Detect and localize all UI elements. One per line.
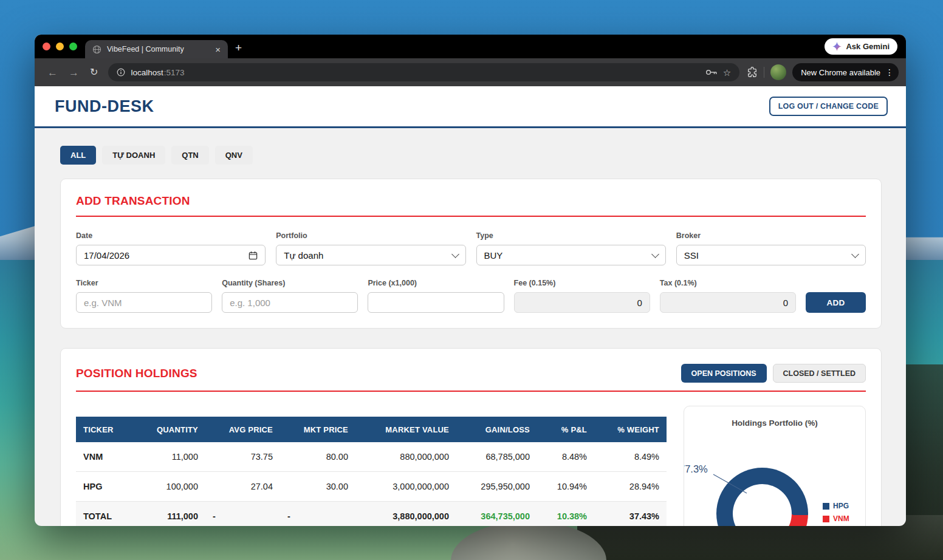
tab-close-icon[interactable]: ×	[215, 45, 221, 54]
cell-quantity: 100,000	[131, 472, 205, 502]
broker-value: SSI	[684, 250, 852, 261]
date-input[interactable]: 17/04/2026	[76, 245, 266, 265]
browser-window: VibeFeed | Community × + Ask Gemini ← → …	[35, 35, 906, 526]
cell-gain_loss: 295,950,000	[456, 472, 537, 502]
quantity-field-group: Quantity (Shares)	[222, 279, 358, 313]
cell-mkt_price: -	[280, 502, 355, 527]
filter-pill-3[interactable]: QNV	[215, 146, 253, 165]
cell-quantity: 11,000	[131, 442, 205, 472]
app-content: ALLTỰ DOANHQTNQNV ADD TRANSACTION Date 1…	[35, 128, 906, 526]
gemini-spark-icon	[832, 42, 842, 51]
close-window-button[interactable]	[43, 43, 50, 50]
app-header: FUND-DESK LOG OUT / CHANGE CODE	[35, 86, 906, 128]
add-transaction-title: ADD TRANSACTION	[76, 194, 866, 208]
donut-slice-label: 77.3%	[684, 463, 708, 475]
minimize-window-button[interactable]	[56, 43, 64, 50]
toolbar-divider	[764, 67, 764, 78]
portfolio-select[interactable]: Tự doanh	[276, 245, 465, 265]
forward-icon[interactable]: →	[69, 67, 79, 78]
cell-market_value: 3,880,000,000	[355, 502, 456, 527]
filter-pill-0[interactable]: ALL	[60, 146, 96, 165]
tab-favicon-globe-icon	[92, 45, 101, 54]
column-header: GAIN/LOSS	[456, 417, 537, 442]
cell-market_value: 880,000,000	[355, 442, 456, 472]
app-brand: FUND-DESK	[55, 97, 154, 116]
position-holdings-card: POSITION HOLDINGS OPEN POSITIONSCLOSED /…	[60, 348, 882, 526]
type-label: Type	[476, 231, 666, 240]
column-header: TICKER	[76, 417, 131, 442]
broker-select[interactable]: SSI	[676, 245, 866, 265]
holdings-tab-0[interactable]: OPEN POSITIONS	[681, 364, 767, 383]
extensions-puzzle-icon[interactable]	[747, 67, 758, 78]
column-header: MKT PRICE	[280, 417, 355, 442]
column-header: AVG PRICE	[205, 417, 280, 442]
logout-change-code-button[interactable]: LOG OUT / CHANGE CODE	[769, 97, 888, 116]
holdings-body: TICKERQUANTITYAVG PRICEMKT PRICEMARKET V…	[76, 417, 866, 526]
section-rule	[76, 216, 866, 217]
more-menu-icon[interactable]: ⋮	[885, 68, 894, 77]
site-info-icon[interactable]	[117, 68, 125, 77]
tax-label: Tax (0.1%)	[660, 279, 796, 287]
new-tab-button[interactable]: +	[235, 42, 242, 53]
tax-field-group: Tax (0.1%)	[660, 279, 796, 313]
holdings-table: TICKERQUANTITYAVG PRICEMKT PRICEMARKET V…	[76, 417, 667, 526]
password-key-icon[interactable]	[705, 69, 718, 76]
type-select[interactable]: BUY	[476, 245, 666, 265]
column-header: % WEIGHT	[594, 417, 667, 442]
cell-pl_pct: 10.38%	[537, 502, 594, 527]
cell-avg_price: 73.75	[205, 442, 280, 472]
portfolio-value: Tự doanh	[284, 250, 452, 261]
legend-label: HPG	[833, 502, 849, 510]
holdings-tab-bar: OPEN POSITIONSCLOSED / SETTLED	[681, 364, 866, 383]
ask-gemini-button[interactable]: Ask Gemini	[825, 38, 897, 55]
cell-ticker: HPG	[76, 472, 131, 502]
new-chrome-label: New Chrome available	[801, 68, 880, 77]
cell-ticker: TOTAL	[76, 502, 131, 527]
add-transaction-button[interactable]: ADD	[806, 292, 866, 313]
date-label: Date	[76, 231, 266, 240]
holdings-table-header-row: TICKERQUANTITYAVG PRICEMKT PRICEMARKET V…	[76, 417, 667, 442]
filter-pill-1[interactable]: TỰ DOANH	[102, 146, 165, 165]
portfolio-filter-bar: ALLTỰ DOANHQTNQNV	[60, 146, 882, 165]
ticker-field-group: Ticker	[76, 279, 212, 313]
column-header: % P&L	[537, 417, 594, 442]
address-bar[interactable]: localhost :5173 ☆	[108, 63, 739, 81]
type-value: BUY	[484, 250, 653, 261]
quantity-input[interactable]	[222, 292, 358, 313]
cell-mkt_price: 30.00	[280, 472, 355, 502]
chart-legend: HPGVNM	[823, 502, 849, 523]
legend-label: VNM	[833, 514, 849, 523]
filter-pill-2[interactable]: QTN	[171, 146, 208, 165]
broker-label: Broker	[676, 231, 866, 240]
url-port: :5173	[164, 68, 185, 77]
tab-title: VibeFeed | Community	[107, 45, 210, 53]
bookmark-star-icon[interactable]: ☆	[723, 68, 731, 77]
transaction-form-row-2: Ticker Quantity (Shares) Price (x1,000) …	[76, 279, 866, 313]
price-input[interactable]	[368, 292, 504, 313]
window-controls	[43, 43, 77, 50]
profile-avatar[interactable]	[770, 64, 786, 80]
new-chrome-available-button[interactable]: New Chrome available ⋮	[792, 63, 899, 81]
tax-input	[660, 292, 796, 313]
zoom-window-button[interactable]	[69, 43, 77, 50]
broker-field-group: Broker SSI	[676, 231, 866, 265]
cell-avg_price: 27.04	[205, 472, 280, 502]
holdings-tbody: VNM11,00073.7580.00880,000,00068,785,000…	[76, 442, 667, 526]
ticker-label: Ticker	[76, 279, 212, 287]
calendar-icon[interactable]	[249, 251, 258, 260]
legend-item-hpg: HPG	[823, 502, 849, 510]
legend-item-vnm: VNM	[823, 514, 849, 523]
cell-gain_loss: 364,735,000	[456, 502, 537, 527]
cell-mkt_price: 80.00	[280, 442, 355, 472]
holdings-tab-1[interactable]: CLOSED / SETTLED	[773, 364, 866, 383]
date-value: 17/04/2026	[84, 250, 249, 261]
ticker-input[interactable]	[76, 292, 212, 313]
table-row: HPG100,00027.0430.003,000,000,000295,950…	[76, 472, 667, 502]
reload-icon[interactable]: ↻	[90, 67, 98, 77]
cell-avg_price: -	[205, 502, 280, 527]
back-icon[interactable]: ←	[47, 67, 58, 78]
browser-tab[interactable]: VibeFeed | Community ×	[85, 40, 228, 58]
legend-swatch-icon	[823, 503, 829, 510]
url-host: localhost	[131, 68, 163, 77]
cell-weight_pct: 8.49%	[594, 442, 667, 472]
